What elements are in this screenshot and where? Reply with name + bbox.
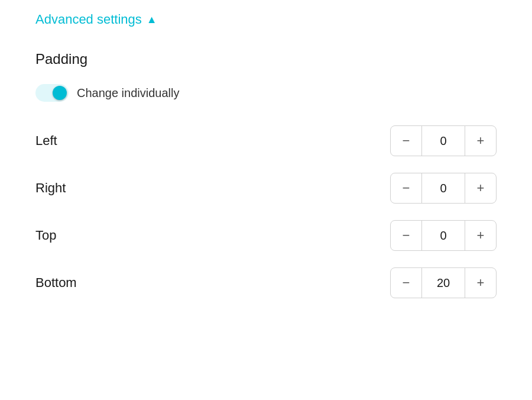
padding-label-left: Left xyxy=(35,133,57,149)
stepper-value-top: 0 xyxy=(421,221,465,250)
decrement-bottom-button[interactable]: − xyxy=(391,268,421,298)
padding-label-top: Top xyxy=(35,228,56,243)
padding-label-right: Right xyxy=(35,180,66,196)
stepper-value-right: 0 xyxy=(421,173,465,203)
increment-top-button[interactable]: + xyxy=(465,221,496,250)
stepper-top: − 0 + xyxy=(390,220,497,251)
padding-row-left: Left − 0 + xyxy=(35,125,497,156)
change-individually-row: Change individually xyxy=(35,84,497,102)
stepper-left: − 0 + xyxy=(390,125,497,156)
decrement-top-button[interactable]: − xyxy=(391,221,421,250)
advanced-settings-toggle[interactable]: Advanced settings ▲ xyxy=(35,12,497,27)
decrement-left-button[interactable]: − xyxy=(391,126,421,156)
padding-row-bottom: Bottom − 20 + xyxy=(35,267,497,298)
padding-label-bottom: Bottom xyxy=(35,275,77,291)
change-individually-label: Change individually xyxy=(77,86,179,100)
stepper-value-bottom: 20 xyxy=(421,268,465,298)
increment-right-button[interactable]: + xyxy=(465,173,496,203)
toggle-thumb xyxy=(53,86,67,100)
stepper-bottom: − 20 + xyxy=(390,267,497,298)
stepper-value-left: 0 xyxy=(421,126,465,156)
increment-left-button[interactable]: + xyxy=(465,126,496,156)
advanced-settings-label: Advanced settings xyxy=(35,12,142,27)
increment-bottom-button[interactable]: + xyxy=(465,268,496,298)
padding-row-top: Top − 0 + xyxy=(35,220,497,251)
decrement-right-button[interactable]: − xyxy=(391,173,421,203)
change-individually-toggle[interactable] xyxy=(35,84,69,102)
padding-section-title: Padding xyxy=(35,51,497,67)
padding-rows: Left − 0 + Right − 0 + Top − 0 + Bottom xyxy=(35,125,497,298)
chevron-up-icon: ▲ xyxy=(147,14,157,26)
stepper-right: − 0 + xyxy=(390,173,497,204)
padding-row-right: Right − 0 + xyxy=(35,173,497,204)
